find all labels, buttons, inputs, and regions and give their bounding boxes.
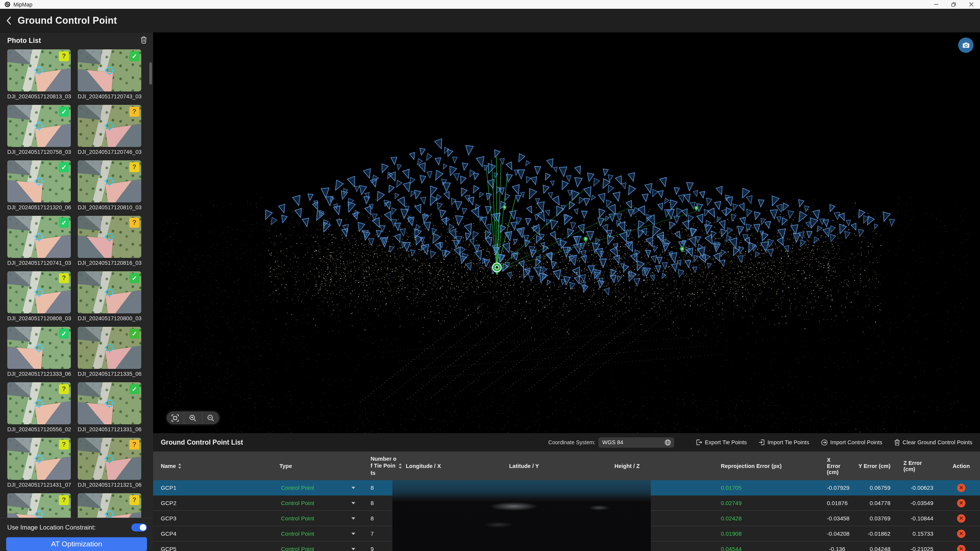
gcp-y-error: 0.06759 (854, 484, 900, 491)
photo-item[interactable]: ✓ DJI_20240517121331_0648... (78, 382, 141, 432)
photo-list-scrollbar[interactable] (149, 62, 152, 85)
photo-label: DJI_20240517120746_0354... (78, 149, 141, 155)
column-header-tie-points[interactable]: Number of Tie Points (368, 455, 402, 476)
fit-view-button[interactable] (167, 411, 184, 424)
export-tie-points-button[interactable]: Export Tie Points (696, 439, 747, 445)
image-location-constraint-toggle[interactable] (131, 523, 147, 531)
3d-viewport[interactable] (153, 33, 980, 433)
photo-list-title: Photo List (7, 37, 41, 45)
gcp-table-row[interactable]: GCP5 Control Point 9 0.04544 -0.136 (153, 541, 980, 551)
photo-item[interactable]: ? DJI_20240517121431_0708... (7, 438, 71, 488)
minimize-button[interactable] (927, 0, 945, 9)
gcp-z-error: -0.03549 (900, 500, 942, 506)
photo-thumbnail[interactable]: ? (78, 160, 141, 202)
photo-thumbnail[interactable]: ? (78, 438, 141, 480)
photo-thumbnail[interactable]: ? (7, 49, 71, 91)
delete-gcp-button[interactable]: ✕ (957, 499, 965, 507)
gcp-table-title: Ground Control Point List (161, 439, 243, 447)
delete-gcp-button[interactable]: ✕ (957, 484, 965, 492)
gcp-table-row[interactable]: GCP1 Control Point 8 0.01705 -0.07929 (153, 480, 980, 496)
gcp-type-select[interactable]: Control Point (276, 500, 368, 506)
status-badge: ✓ (129, 329, 139, 339)
photo-thumbnail[interactable]: ✓ (7, 216, 71, 258)
photo-thumbnail[interactable]: ✓ (7, 105, 71, 147)
delete-gcp-button[interactable]: ✕ (957, 530, 965, 538)
photo-item[interactable]: ? DJI_20240517120746_0354... (78, 105, 141, 155)
at-optimization-button[interactable]: AT Optimization (6, 537, 147, 551)
photo-label: DJI_20240517120810_0382... (78, 204, 141, 210)
gcp-table-row[interactable]: GCP3 Control Point 8 0.02428 -0.03458 (153, 511, 980, 526)
gcp-name[interactable]: GCP2 (153, 500, 276, 506)
page-title: Ground Control Point (18, 15, 117, 26)
photo-item[interactable]: ✓ DJI_20240517120758_0368... (7, 105, 71, 155)
zoom-out-button[interactable] (202, 411, 219, 424)
gcp-name[interactable]: GCP3 (153, 515, 276, 522)
gcp-type-select[interactable]: Control Point (276, 484, 368, 491)
column-header-name[interactable]: Name (153, 463, 276, 469)
gcp-type-select[interactable]: Control Point (276, 546, 368, 551)
photo-thumbnail[interactable]: ? (7, 493, 71, 518)
photo-item[interactable]: ? DJI_20240517120816_0389... (78, 216, 141, 266)
photo-item[interactable]: ? DJI_20240517120556_0237... (7, 382, 71, 432)
gcp-table-header: Name Type Number of Tie Points Longitude… (153, 452, 980, 480)
delete-gcp-button[interactable]: ✕ (957, 545, 965, 551)
coordinate-system-input[interactable]: WGS 84 (598, 437, 674, 448)
photo-item[interactable]: ? DJI_20240517121321_0635... (78, 438, 141, 488)
photo-item[interactable]: ? DJI_20240517120813_0385... (7, 49, 71, 99)
photo-thumbnail[interactable]: ✓ (78, 271, 141, 313)
point-cloud-canvas[interactable] (153, 33, 980, 433)
photo-thumbnail[interactable]: ? (78, 493, 141, 518)
photo-label: DJI_20240517120758_0368... (7, 149, 71, 155)
photo-thumbnail[interactable]: ? (7, 271, 71, 313)
clear-ground-control-points-button[interactable]: Clear Ground Control Points (894, 439, 972, 446)
gcp-name[interactable]: GCP1 (153, 484, 276, 491)
sort-icon[interactable] (178, 463, 181, 469)
gcp-x-error: -0.136 (823, 546, 854, 551)
photo-item[interactable]: ✓ DJI_20240517121333_0650... (7, 327, 71, 377)
gcp-name[interactable]: GCP4 (153, 530, 276, 537)
zoom-in-button[interactable] (184, 411, 201, 424)
sort-icon[interactable] (399, 463, 402, 469)
gcp-table-row[interactable]: GCP4 Control Point 7 0.01908 -0.04208 (153, 526, 980, 541)
delete-photos-icon[interactable] (140, 36, 147, 45)
gcp-crosshair-icon (33, 176, 45, 187)
toggle-knob (140, 524, 146, 531)
photo-thumbnail[interactable]: ✓ (78, 49, 141, 91)
snapshot-camera-button[interactable] (958, 37, 973, 53)
photo-thumbnail[interactable]: ✓ (7, 160, 71, 202)
gcp-table-row[interactable]: GCP2 Control Point 8 0.02749 0.01876 (153, 496, 980, 511)
gcp-type-value: Control Point (281, 484, 314, 491)
photo-item[interactable]: ? (78, 493, 141, 518)
close-button[interactable] (962, 0, 980, 9)
delete-gcp-button[interactable]: ✕ (957, 514, 965, 523)
photo-item[interactable]: ✓ DJI_20240517121320_0634... (7, 160, 71, 210)
photo-thumbnail[interactable]: ✓ (78, 382, 141, 424)
photo-item[interactable]: ? DJI_20240517120808_0379... (7, 271, 71, 321)
gcp-name[interactable]: GCP5 (153, 546, 276, 551)
gcp-type-value: Control Point (281, 500, 314, 506)
photo-item[interactable]: ✓ DJI_20240517121335_0652... (78, 327, 141, 377)
photo-label: DJI_20240517121335_0652... (78, 371, 141, 377)
gcp-z-error: -0.00623 (900, 484, 942, 491)
photo-item[interactable]: ✓ DJI_20240517120741_0348... (7, 216, 71, 266)
thumbnail-art (78, 438, 102, 453)
import-tie-points-button[interactable]: Import Tie Points (759, 439, 809, 445)
back-button[interactable] (0, 9, 18, 33)
photo-thumbnail[interactable]: ? (78, 105, 141, 147)
restore-button[interactable] (945, 0, 962, 9)
photo-label: DJI_20240517120556_0237... (7, 426, 71, 432)
gcp-y-error: 0.03769 (854, 515, 900, 522)
photo-thumbnail[interactable]: ? (7, 382, 71, 424)
photo-thumbnail[interactable]: ✓ (7, 327, 71, 369)
photo-thumbnail[interactable]: ? (78, 216, 141, 258)
gcp-type-select[interactable]: Control Point (276, 515, 368, 522)
photo-item[interactable]: ✓ DJI_20240517120743_0351... (78, 49, 141, 99)
gcp-type-select[interactable]: Control Point (276, 530, 368, 537)
photo-item[interactable]: ? (7, 493, 71, 518)
photo-item[interactable]: ✓ DJI_20240517120800_0371... (78, 271, 141, 321)
import-control-points-button[interactable]: Import Control Points (821, 439, 882, 446)
photo-thumbnail[interactable]: ✓ (78, 327, 141, 369)
photo-item[interactable]: ? DJI_20240517120810_0382... (78, 160, 141, 210)
photo-thumbnail[interactable]: ? (7, 438, 71, 480)
coordinate-system-label: Coordinate System: (548, 439, 595, 445)
